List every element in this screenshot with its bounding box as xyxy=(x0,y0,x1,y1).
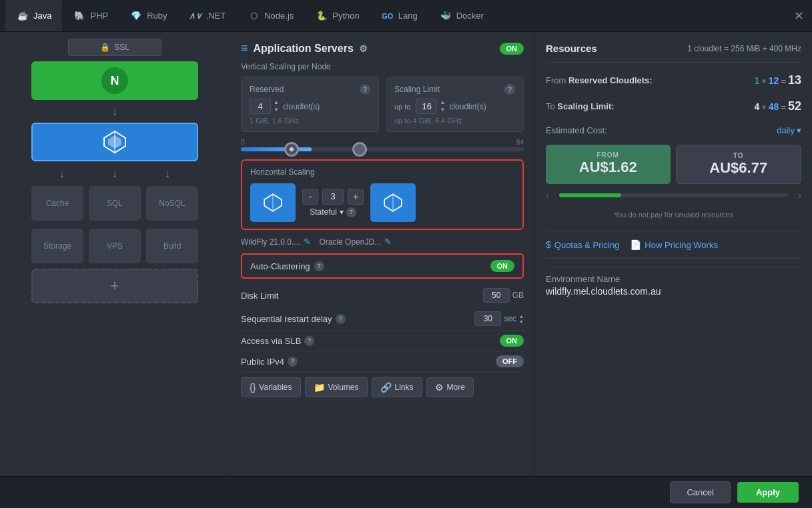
nosql-node[interactable]: NoSQL xyxy=(146,186,198,221)
nginx-block[interactable]: N xyxy=(31,61,198,100)
tab-java[interactable]: ☕ Java xyxy=(5,0,62,31)
scaling-limit-value[interactable]: 16 xyxy=(416,99,437,114)
env-name-section: Environment Name wildfly.mel.cloudlets.c… xyxy=(546,267,801,297)
tab-php[interactable]: 🐘 PHP xyxy=(62,0,119,31)
how-pricing-link[interactable]: 📄 How Pricing Works xyxy=(630,239,718,250)
cancel-button[interactable]: Cancel xyxy=(670,481,730,503)
bottom-toolbar: {} Variables 📁 Volumes 🔗 Links ⚙ More xyxy=(241,372,524,397)
counter-value: 3 xyxy=(322,189,344,205)
access-slb-help-icon[interactable]: ? xyxy=(304,336,314,346)
close-icon[interactable]: ✕ xyxy=(794,9,804,23)
cache-label: Cache xyxy=(46,199,69,208)
how-pricing-label: How Pricing Works xyxy=(645,240,718,250)
seq-restart-help-icon[interactable]: ? xyxy=(336,314,346,324)
to-scaling-row: To Scaling Limit: 4+48=52 xyxy=(546,97,801,116)
storage-label: Storage xyxy=(43,241,71,251)
arrow-left-icon: ↓ xyxy=(59,167,65,181)
access-slb-label: Access via SLB ? xyxy=(241,336,314,346)
panel-toggle[interactable]: ON xyxy=(500,43,524,55)
tab-ruby[interactable]: 💎 Ruby xyxy=(119,0,177,31)
slider-track xyxy=(241,147,524,151)
seq-value[interactable]: 30 xyxy=(474,311,501,326)
jdk-edit-icon[interactable]: ✎ xyxy=(384,237,392,247)
public-ipv4-toggle[interactable]: OFF xyxy=(496,355,524,367)
tab-nodejs[interactable]: ⬡ Node.js xyxy=(236,0,304,31)
disk-unit: GB xyxy=(512,291,524,300)
more-button[interactable]: ⚙ More xyxy=(426,377,474,397)
seq-stepper[interactable]: ▲▼ xyxy=(519,314,524,324)
reserved-box: Reserved ? 4 ▲▼ cloudlet(s) 1 GiB, 1.6 G… xyxy=(241,77,379,132)
scaling-limit-help-icon[interactable]: ? xyxy=(504,84,515,95)
tab-docker[interactable]: 🐳 Docker xyxy=(428,0,494,31)
vps-label: VPS xyxy=(107,241,123,251)
wildfly-block[interactable] xyxy=(31,123,198,161)
slider-max-label: 64 xyxy=(516,139,524,146)
auto-cluster-help-icon[interactable]: ? xyxy=(314,261,324,271)
links-button[interactable]: 🔗 Links xyxy=(372,377,422,397)
build-node[interactable]: Build xyxy=(146,229,198,263)
quotas-pricing-link[interactable]: $ Quotas & Pricing xyxy=(546,239,619,250)
public-ipv4-help-icon[interactable]: ? xyxy=(288,357,298,367)
arrow-right-icon: ↓ xyxy=(165,167,171,181)
tab-docker-label: Docker xyxy=(456,11,484,21)
divider-3 xyxy=(546,258,801,259)
stateful-help-icon[interactable]: ? xyxy=(346,207,356,217)
wildfly-software-item: WildFly 21.0.0.... ✎ xyxy=(241,237,311,247)
panel-header: ≡ Application Servers ⚙ ON xyxy=(241,41,524,55)
volumes-button[interactable]: 📁 Volumes xyxy=(305,377,368,397)
up-to-label: up to xyxy=(394,103,410,111)
right-panel: Resources 1 cloudlet = 256 MiB + 400 MHz… xyxy=(535,32,812,508)
reserved-help-icon[interactable]: ? xyxy=(360,84,370,95)
slider-thumb-reserved[interactable] xyxy=(284,142,299,157)
vps-node[interactable]: VPS xyxy=(89,229,141,263)
progress-arrow-left[interactable]: ‹ xyxy=(546,189,549,201)
disk-value[interactable]: 50 xyxy=(483,288,510,303)
to-scaling-value: 4+48=52 xyxy=(754,99,801,113)
access-slb-toggle[interactable]: ON xyxy=(500,335,524,347)
h-scaling-label: Horizontal Scaling xyxy=(250,167,514,177)
divider-2 xyxy=(546,231,801,231)
footer-bar: Cancel Apply xyxy=(0,476,812,508)
tab-ruby-label: Ruby xyxy=(147,11,167,21)
add-button[interactable]: + xyxy=(31,269,198,303)
auto-cluster-toggle[interactable]: ON xyxy=(490,260,515,272)
public-ipv4-label: Public IPv4 ? xyxy=(241,357,298,367)
build-label: Build xyxy=(163,241,181,251)
tab-lang[interactable]: GO Lang xyxy=(370,0,428,31)
slider-thumb-limit[interactable] xyxy=(352,142,367,157)
counter-plus-btn[interactable]: + xyxy=(348,189,364,205)
reserved-stepper[interactable]: ▲▼ xyxy=(274,99,279,113)
resources-formula: 1 cloudlet = 256 MiB + 400 MHz xyxy=(687,44,801,53)
apply-button[interactable]: Apply xyxy=(737,482,799,503)
scaling-limit-stepper[interactable]: ▲▼ xyxy=(440,99,445,113)
tab-net[interactable]: ∧∨ .NET xyxy=(178,0,237,31)
arrow-center-icon: ↓ xyxy=(112,167,118,181)
unused-note: You do not pay for unused resources xyxy=(546,207,801,223)
nginx-icon: N xyxy=(101,67,128,94)
seq-restart-value: 30 sec ▲▼ xyxy=(474,311,524,326)
progress-arrow-right[interactable]: › xyxy=(798,189,801,201)
sql-node[interactable]: SQL xyxy=(89,186,141,221)
variables-button[interactable]: {} Variables xyxy=(241,377,301,397)
wildfly-mini-icon-2 xyxy=(370,183,416,222)
stateful-select[interactable]: Stateful ▾ ? xyxy=(310,207,356,217)
php-icon: 🐘 xyxy=(73,9,86,23)
storage-node[interactable]: Storage xyxy=(31,229,83,263)
links-label: Links xyxy=(395,383,414,392)
lang-icon: GO xyxy=(381,9,394,23)
gear-icon[interactable]: ⚙ xyxy=(359,43,368,54)
counter-minus-btn[interactable]: - xyxy=(302,189,318,205)
tab-net-label: .NET xyxy=(206,11,226,21)
daily-select[interactable]: daily ▾ xyxy=(777,125,801,135)
wildfly-edit-icon[interactable]: ✎ xyxy=(304,237,311,247)
arrow-down-icon: ↓ xyxy=(112,105,118,117)
cache-node[interactable]: Cache xyxy=(31,186,83,221)
doc-icon: 📄 xyxy=(630,239,641,250)
reserved-value[interactable]: 4 xyxy=(250,99,271,114)
scaling-label: Vertical Scaling per Node xyxy=(241,62,524,71)
tab-python[interactable]: 🐍 Python xyxy=(304,0,370,31)
ssl-button[interactable]: 🔒 SSL xyxy=(68,39,161,56)
seq-unit: sec xyxy=(504,314,516,323)
auto-cluster-text: Auto-Clustering xyxy=(250,261,310,271)
jdk-software-item: Oracle OpenJD... ✎ xyxy=(319,237,392,247)
